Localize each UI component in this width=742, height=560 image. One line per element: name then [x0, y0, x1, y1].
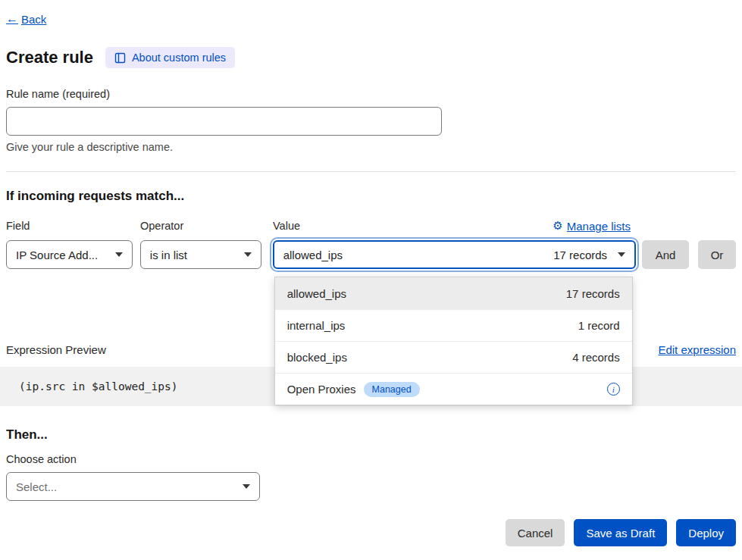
page-title: Create rule	[6, 48, 93, 67]
field-label: Field	[6, 220, 140, 232]
save-as-draft-button[interactable]: Save as Draft	[574, 519, 667, 546]
list-item-name: internal_ips	[287, 319, 346, 332]
value-select[interactable]: allowed_ips 17 records	[273, 240, 636, 269]
operator-select[interactable]: is in list	[140, 240, 261, 269]
list-item-records: 17 records	[566, 287, 620, 300]
choose-action-label: Choose action	[6, 453, 736, 465]
value-dropdown-menu: allowed_ips 17 records internal_ips 1 re…	[274, 277, 633, 405]
edit-expression-link[interactable]: Edit expression	[658, 343, 736, 356]
field-select-value: IP Source Add...	[16, 249, 98, 261]
about-custom-rules-link[interactable]: About custom rules	[105, 47, 235, 68]
chevron-down-icon	[244, 252, 252, 257]
list-item-name: blocked_ips	[287, 351, 347, 364]
list-item-records: 1 record	[578, 319, 620, 332]
managed-badge: Managed	[364, 382, 420, 397]
list-item-open-proxies[interactable]: Open Proxies Managed i	[275, 373, 632, 405]
manage-lists-link[interactable]: ⚙ Manage lists	[553, 219, 631, 233]
expression-preview-label: Expression Preview	[6, 343, 106, 356]
cancel-button[interactable]: Cancel	[506, 519, 565, 546]
deploy-button[interactable]: Deploy	[676, 519, 736, 546]
back-arrow-icon: ←	[6, 12, 18, 26]
chevron-down-icon	[115, 252, 123, 257]
then-section-heading: Then...	[6, 427, 736, 443]
manage-lists-label: Manage lists	[567, 220, 631, 233]
or-button[interactable]: Or	[698, 240, 736, 269]
action-select[interactable]: Select...	[6, 472, 260, 501]
rule-name-input[interactable]	[6, 107, 442, 136]
action-select-placeholder: Select...	[16, 480, 57, 493]
info-icon[interactable]: i	[607, 383, 620, 396]
list-item-records: 4 records	[572, 351, 620, 364]
list-item-name: Open Proxies	[287, 383, 356, 396]
value-select-records: 17 records	[553, 249, 607, 261]
operator-label: Operator	[140, 220, 273, 232]
divider	[6, 171, 736, 172]
list-item-blocked-ips[interactable]: blocked_ips 4 records	[275, 341, 632, 373]
book-icon	[114, 52, 126, 64]
and-button[interactable]: And	[642, 240, 689, 269]
gear-icon: ⚙	[553, 219, 562, 233]
expression-code: (ip.src in $allowed_ips)	[19, 380, 178, 393]
rule-name-helper: Give your rule a descriptive name.	[6, 141, 736, 153]
value-select-value: allowed_ips	[283, 249, 343, 261]
match-section-heading: If incoming requests match...	[6, 189, 736, 204]
back-link-label: Back	[21, 13, 46, 26]
rule-name-label: Rule name (required)	[6, 88, 736, 100]
operator-select-value: is in list	[150, 249, 187, 261]
chevron-down-icon	[618, 252, 625, 257]
back-link[interactable]: ←Back	[6, 12, 46, 26]
list-item-name: allowed_ips	[287, 287, 346, 300]
list-item-allowed-ips[interactable]: allowed_ips 17 records	[275, 277, 632, 309]
list-item-internal-ips[interactable]: internal_ips 1 record	[275, 309, 632, 341]
about-custom-rules-label: About custom rules	[132, 52, 226, 64]
chevron-down-icon	[243, 484, 250, 489]
field-select[interactable]: IP Source Add...	[6, 240, 133, 269]
value-label: Value	[273, 220, 300, 232]
